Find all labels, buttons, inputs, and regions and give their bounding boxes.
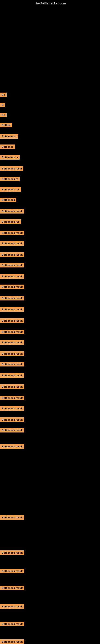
bottleneck-result-item: Bottleneck [0,198,16,202]
bottleneck-result-item: Bottleneck result [0,352,24,356]
bottleneck-result-item: Bottleneck result [0,340,24,345]
bottleneck-result-item: Bottleneck result [0,639,24,644]
bottleneck-result-item: Bottleneck result [0,252,24,257]
bottleneck-result-item: Bottleneck result [0,604,24,609]
bottleneck-result-item: Bottlen [0,123,12,128]
bottleneck-result-item: Bottleneck result [0,274,24,279]
bottleneck-result-item: Bottleneck result [0,444,24,449]
bottleneck-result-item: Bottleneck result [0,296,24,300]
bottleneck-result-item: Bottleneck res [0,219,21,224]
bottleneck-result-item: Bottleneck result [0,318,24,323]
site-title: TheBottlenecker.com [0,0,100,5]
bottleneck-result-item: B [0,103,5,107]
bottleneck-result-item: Bottleneck result [0,263,24,268]
bottleneck-result-item: Bottleneck result [0,550,24,555]
bottleneck-result-item: Bottleneck result [0,209,24,214]
bottleneck-result-item: Bottleneck result [0,428,24,432]
bottleneck-result-item: Bottlenec [0,144,15,149]
bottleneck-result-item: Bottleneck result [0,406,24,411]
bottleneck-result-item: Bottleneck result [0,241,24,246]
bottleneck-result-item: Bottleneck result [0,284,24,289]
bottleneck-result-item: Bottleneck result [0,515,24,520]
bottleneck-result-item: Bottleneck resul [0,166,23,171]
bottleneck-result-item: Bottleneck result [0,373,24,378]
bottleneck-result-item: Bottleneck result [0,569,24,573]
bottleneck-result-item: Bottleneck result [0,418,24,422]
bottleneck-result-item: Bo [0,92,7,97]
bottleneck-result-item: Bottleneck result [0,396,24,400]
bottleneck-result-item: Bottleneck result [0,330,24,334]
bottleneck-result-item: Bottleneck r [0,134,18,139]
bottleneck-result-item: Bottleneck result [0,622,24,626]
bottleneck-result-item: Bottleneck res [0,187,21,192]
bottleneck-result-item: Bottleneck result [0,307,24,312]
bottleneck-result-item: Bottleneck result [0,384,24,389]
bottleneck-result-item: Bottleneck re [0,155,20,160]
bottleneck-result-item: Bottleneck re [0,177,20,181]
bottleneck-result-item: Bottleneck result [0,586,24,590]
bottleneck-result-item: Bottleneck result [0,231,24,235]
bottleneck-result-item: Bottleneck result [0,362,24,366]
bottleneck-result-item: Bo [0,113,7,117]
